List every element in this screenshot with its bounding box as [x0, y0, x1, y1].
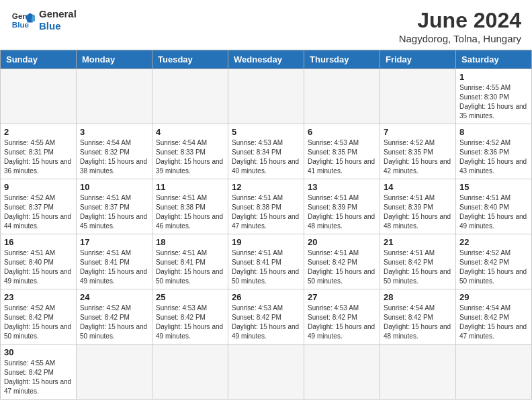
- day-info: Sunrise: 4:51 AM Sunset: 8:41 PM Dayligh…: [156, 248, 224, 286]
- calendar-day-cell: 3Sunrise: 4:54 AM Sunset: 8:32 PM Daylig…: [77, 124, 152, 179]
- day-number: 9: [4, 182, 73, 192]
- day-number: 20: [308, 237, 376, 247]
- weekday-header: Wednesday: [228, 50, 304, 69]
- day-number: 26: [232, 292, 300, 302]
- calendar-day-cell: 27Sunrise: 4:53 AM Sunset: 8:42 PM Dayli…: [304, 289, 380, 345]
- weekday-header: Thursday: [304, 50, 380, 69]
- weekday-header-row: SundayMondayTuesdayWednesdayThursdayFrid…: [1, 50, 532, 69]
- calendar-day-cell: [228, 69, 304, 124]
- calendar-day-cell: 23Sunrise: 4:52 AM Sunset: 8:42 PM Dayli…: [1, 289, 77, 345]
- day-number: 14: [384, 182, 452, 192]
- calendar-week-row: 23Sunrise: 4:52 AM Sunset: 8:42 PM Dayli…: [1, 289, 532, 345]
- day-info: Sunrise: 4:55 AM Sunset: 8:31 PM Dayligh…: [4, 138, 73, 176]
- calendar-week-row: 2Sunrise: 4:55 AM Sunset: 8:31 PM Daylig…: [1, 124, 532, 179]
- calendar-day-cell: 6Sunrise: 4:53 AM Sunset: 8:35 PM Daylig…: [304, 124, 380, 179]
- day-info: Sunrise: 4:53 AM Sunset: 8:42 PM Dayligh…: [232, 304, 300, 341]
- day-number: 30: [4, 347, 73, 357]
- day-number: 23: [4, 292, 73, 302]
- calendar-day-cell: 4Sunrise: 4:54 AM Sunset: 8:33 PM Daylig…: [152, 124, 228, 179]
- day-info: Sunrise: 4:52 AM Sunset: 8:37 PM Dayligh…: [4, 193, 73, 231]
- day-info: Sunrise: 4:51 AM Sunset: 8:40 PM Dayligh…: [459, 193, 528, 231]
- day-info: Sunrise: 4:54 AM Sunset: 8:42 PM Dayligh…: [459, 304, 528, 341]
- day-number: 7: [384, 127, 452, 137]
- day-info: Sunrise: 4:51 AM Sunset: 8:40 PM Dayligh…: [4, 248, 73, 286]
- day-info: Sunrise: 4:52 AM Sunset: 8:36 PM Dayligh…: [459, 138, 528, 176]
- calendar-title: June 2024: [399, 8, 521, 33]
- day-number: 21: [384, 237, 452, 247]
- day-number: 29: [459, 292, 528, 302]
- calendar-day-cell: [380, 345, 456, 400]
- day-info: Sunrise: 4:51 AM Sunset: 8:42 PM Dayligh…: [384, 248, 452, 286]
- calendar-day-cell: 12Sunrise: 4:51 AM Sunset: 8:38 PM Dayli…: [228, 179, 304, 234]
- weekday-header: Tuesday: [152, 50, 228, 69]
- day-number: 5: [232, 127, 300, 137]
- day-number: 28: [384, 292, 452, 302]
- calendar-day-cell: 22Sunrise: 4:52 AM Sunset: 8:42 PM Dayli…: [456, 234, 532, 289]
- day-info: Sunrise: 4:54 AM Sunset: 8:42 PM Dayligh…: [384, 304, 452, 341]
- svg-text:Blue: Blue: [12, 20, 30, 29]
- calendar-week-row: 16Sunrise: 4:51 AM Sunset: 8:40 PM Dayli…: [1, 234, 532, 289]
- calendar-week-row: 30Sunrise: 4:55 AM Sunset: 8:42 PM Dayli…: [1, 345, 532, 400]
- calendar-subtitle: Nagydorog, Tolna, Hungary: [399, 33, 521, 44]
- day-info: Sunrise: 4:55 AM Sunset: 8:42 PM Dayligh…: [4, 359, 73, 396]
- day-number: 12: [232, 182, 300, 192]
- day-info: Sunrise: 4:51 AM Sunset: 8:39 PM Dayligh…: [384, 193, 452, 231]
- day-number: 2: [4, 127, 73, 137]
- day-info: Sunrise: 4:53 AM Sunset: 8:42 PM Dayligh…: [156, 304, 224, 341]
- day-number: 13: [308, 182, 376, 192]
- calendar-day-cell: 19Sunrise: 4:51 AM Sunset: 8:41 PM Dayli…: [228, 234, 304, 289]
- weekday-header: Friday: [380, 50, 456, 69]
- calendar-day-cell: [380, 69, 456, 124]
- calendar-day-cell: 9Sunrise: 4:52 AM Sunset: 8:37 PM Daylig…: [1, 179, 77, 234]
- calendar-day-cell: 8Sunrise: 4:52 AM Sunset: 8:36 PM Daylig…: [456, 124, 532, 179]
- day-info: Sunrise: 4:51 AM Sunset: 8:37 PM Dayligh…: [80, 193, 148, 231]
- calendar-day-cell: 30Sunrise: 4:55 AM Sunset: 8:42 PM Dayli…: [1, 345, 77, 400]
- calendar-day-cell: 29Sunrise: 4:54 AM Sunset: 8:42 PM Dayli…: [456, 289, 532, 345]
- day-info: Sunrise: 4:52 AM Sunset: 8:35 PM Dayligh…: [384, 138, 452, 176]
- day-info: Sunrise: 4:51 AM Sunset: 8:41 PM Dayligh…: [232, 248, 300, 286]
- day-number: 24: [80, 292, 148, 302]
- day-number: 15: [459, 182, 528, 192]
- day-number: 19: [232, 237, 300, 247]
- day-number: 22: [459, 237, 528, 247]
- day-info: Sunrise: 4:54 AM Sunset: 8:32 PM Dayligh…: [80, 138, 148, 176]
- calendar-day-cell: [304, 69, 380, 124]
- day-number: 1: [459, 72, 528, 82]
- calendar-day-cell: 5Sunrise: 4:53 AM Sunset: 8:34 PM Daylig…: [228, 124, 304, 179]
- day-number: 8: [459, 127, 528, 137]
- day-info: Sunrise: 4:51 AM Sunset: 8:42 PM Dayligh…: [308, 248, 376, 286]
- calendar-day-cell: [1, 69, 77, 124]
- calendar-day-cell: 17Sunrise: 4:51 AM Sunset: 8:41 PM Dayli…: [77, 234, 152, 289]
- calendar-day-cell: [77, 69, 152, 124]
- calendar-week-row: 1Sunrise: 4:55 AM Sunset: 8:30 PM Daylig…: [1, 69, 532, 124]
- calendar-day-cell: [152, 345, 228, 400]
- calendar-day-cell: 18Sunrise: 4:51 AM Sunset: 8:41 PM Dayli…: [152, 234, 228, 289]
- calendar-day-cell: [228, 345, 304, 400]
- calendar-day-cell: 15Sunrise: 4:51 AM Sunset: 8:40 PM Dayli…: [456, 179, 532, 234]
- day-info: Sunrise: 4:51 AM Sunset: 8:38 PM Dayligh…: [156, 193, 224, 231]
- calendar-week-row: 9Sunrise: 4:52 AM Sunset: 8:37 PM Daylig…: [1, 179, 532, 234]
- calendar-day-cell: [304, 345, 380, 400]
- calendar-day-cell: 11Sunrise: 4:51 AM Sunset: 8:38 PM Dayli…: [152, 179, 228, 234]
- day-number: 6: [308, 127, 376, 137]
- calendar-day-cell: 24Sunrise: 4:52 AM Sunset: 8:42 PM Dayli…: [77, 289, 152, 345]
- day-number: 11: [156, 182, 224, 192]
- calendar-day-cell: 10Sunrise: 4:51 AM Sunset: 8:37 PM Dayli…: [77, 179, 152, 234]
- day-info: Sunrise: 4:53 AM Sunset: 8:42 PM Dayligh…: [308, 304, 376, 341]
- day-info: Sunrise: 4:52 AM Sunset: 8:42 PM Dayligh…: [4, 304, 73, 341]
- day-info: Sunrise: 4:55 AM Sunset: 8:30 PM Dayligh…: [459, 83, 528, 121]
- calendar-day-cell: 13Sunrise: 4:51 AM Sunset: 8:39 PM Dayli…: [304, 179, 380, 234]
- weekday-header: Sunday: [1, 50, 77, 69]
- day-number: 25: [156, 292, 224, 302]
- day-number: 3: [80, 127, 148, 137]
- day-info: Sunrise: 4:51 AM Sunset: 8:41 PM Dayligh…: [80, 248, 148, 286]
- calendar-day-cell: 26Sunrise: 4:53 AM Sunset: 8:42 PM Dayli…: [228, 289, 304, 345]
- calendar-day-cell: [152, 69, 228, 124]
- title-block: June 2024 Nagydorog, Tolna, Hungary: [399, 8, 521, 44]
- day-number: 10: [80, 182, 148, 192]
- day-info: Sunrise: 4:51 AM Sunset: 8:39 PM Dayligh…: [308, 193, 376, 231]
- day-info: Sunrise: 4:52 AM Sunset: 8:42 PM Dayligh…: [459, 248, 528, 286]
- logo-blue-text: Blue: [39, 20, 77, 32]
- day-number: 17: [80, 237, 148, 247]
- calendar-day-cell: 1Sunrise: 4:55 AM Sunset: 8:30 PM Daylig…: [456, 69, 532, 124]
